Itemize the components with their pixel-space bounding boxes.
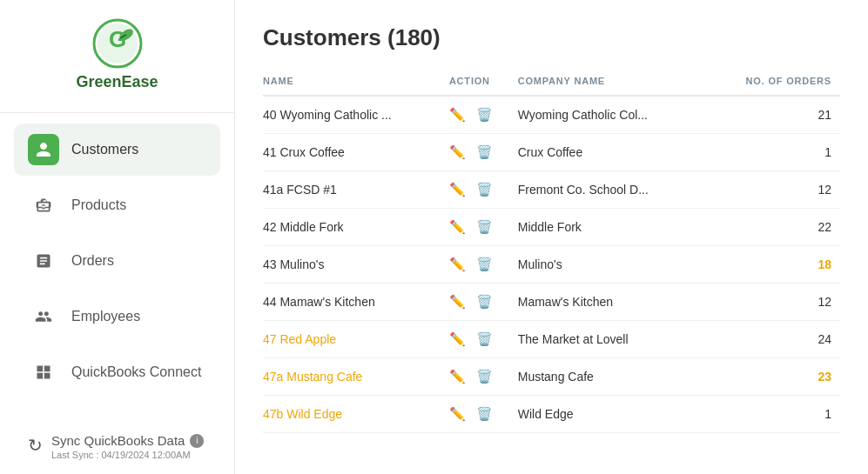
quickbooks-label: QuickBooks Connect <box>71 364 201 380</box>
logo-area: G GreenEase <box>76 17 158 91</box>
customer-name: 40 Wyoming Catholic ... <box>263 96 449 134</box>
order-count: 12 <box>737 171 840 209</box>
products-icon <box>28 190 59 221</box>
edit-icon[interactable]: ✏️ <box>449 257 466 272</box>
main-content: Customers (180) NAME ACTION COMPANY NAME… <box>235 0 868 474</box>
delete-icon[interactable]: 🗑️ <box>476 107 493 123</box>
action-cell: ✏️ 🗑️ <box>449 134 518 171</box>
delete-icon[interactable]: 🗑️ <box>476 219 493 235</box>
orders-label: Orders <box>71 253 114 269</box>
delete-icon[interactable]: 🗑️ <box>476 257 493 272</box>
customer-name: 43 Mulino's <box>263 246 449 284</box>
customers-table: NAME ACTION COMPANY NAME NO. OF ORDERS 4… <box>263 69 840 433</box>
order-count: 24 <box>737 321 840 358</box>
table-row: 41 Crux Coffee ✏️ 🗑️ Crux Coffee 1 <box>263 134 840 171</box>
col-header-orders: NO. OF ORDERS <box>737 69 840 96</box>
col-header-name: NAME <box>263 69 449 96</box>
edit-icon[interactable]: ✏️ <box>449 182 466 197</box>
customer-name[interactable]: 47b Wild Edge <box>263 396 449 433</box>
sidebar-navigation: Customers Products Orders Employees Quic <box>0 124 234 398</box>
order-count: 1 <box>737 134 840 171</box>
action-cell: ✏️ 🗑️ <box>449 246 518 284</box>
customer-name: 41 Crux Coffee <box>263 134 449 171</box>
employees-label: Employees <box>71 309 140 324</box>
employees-icon <box>28 301 59 332</box>
order-count: 21 <box>737 96 840 134</box>
table-row: 47b Wild Edge ✏️ 🗑️ Wild Edge 1 <box>263 396 840 433</box>
table-row: 42 Middle Fork ✏️ 🗑️ Middle Fork 22 <box>263 209 840 246</box>
edit-icon[interactable]: ✏️ <box>449 331 466 347</box>
delete-icon[interactable]: 🗑️ <box>476 182 493 197</box>
action-cell: ✏️ 🗑️ <box>449 284 518 321</box>
action-cell: ✏️ 🗑️ <box>449 171 518 209</box>
sidebar-item-quickbooks[interactable]: QuickBooks Connect <box>14 346 220 398</box>
app-logo: G <box>91 17 144 70</box>
action-cell: ✏️ 🗑️ <box>449 209 518 246</box>
sidebar-item-orders[interactable]: Orders <box>14 235 220 287</box>
sync-text-block: Sync QuickBooks Data i Last Sync : 04/19… <box>51 433 204 460</box>
sidebar-item-customers[interactable]: Customers <box>14 124 220 176</box>
delete-icon[interactable]: 🗑️ <box>476 369 493 384</box>
edit-icon[interactable]: ✏️ <box>449 406 466 422</box>
company-name: Wild Edge <box>518 396 737 433</box>
order-count: 22 <box>737 209 840 246</box>
customer-name[interactable]: 47a Mustang Cafe <box>263 358 449 396</box>
order-count: 12 <box>737 284 840 321</box>
table-body: 40 Wyoming Catholic ... ✏️ 🗑️ Wyoming Ca… <box>263 96 840 433</box>
sync-icon: ↻ <box>28 435 43 456</box>
customer-name: 44 Mamaw's Kitchen <box>263 284 449 321</box>
company-name: Wyoming Catholic Col... <box>518 96 737 134</box>
customer-name: 42 Middle Fork <box>263 209 449 246</box>
action-cell: ✏️ 🗑️ <box>449 396 518 433</box>
delete-icon[interactable]: 🗑️ <box>476 406 493 422</box>
sidebar-item-products[interactable]: Products <box>14 179 220 231</box>
delete-icon[interactable]: 🗑️ <box>476 144 493 160</box>
delete-icon[interactable]: 🗑️ <box>476 294 493 310</box>
edit-icon[interactable]: ✏️ <box>449 294 466 310</box>
order-count: 1 <box>737 396 840 433</box>
order-count: 23 <box>737 358 840 396</box>
company-name: The Market at Lovell <box>518 321 737 358</box>
col-header-company: COMPANY NAME <box>518 69 737 96</box>
customer-name[interactable]: 47 Red Apple <box>263 321 449 358</box>
sync-info-icon: i <box>190 434 204 448</box>
company-name: Mustang Cafe <box>518 358 737 396</box>
action-cell: ✏️ 🗑️ <box>449 321 518 358</box>
company-name: Mulino's <box>518 246 737 284</box>
company-name: Fremont Co. School D... <box>518 171 737 209</box>
app-name: GreenEase <box>76 73 158 91</box>
sidebar: G GreenEase Customers Products Orders <box>0 0 235 474</box>
customers-label: Customers <box>71 142 138 157</box>
page-title: Customers (180) <box>263 24 840 51</box>
action-cell: ✏️ 🗑️ <box>449 96 518 134</box>
edit-icon[interactable]: ✏️ <box>449 144 466 160</box>
customer-name: 41a FCSD #1 <box>263 171 449 209</box>
table-header: NAME ACTION COMPANY NAME NO. OF ORDERS <box>263 69 840 96</box>
sync-title[interactable]: Sync QuickBooks Data i <box>51 433 204 448</box>
table-row: 43 Mulino's ✏️ 🗑️ Mulino's 18 <box>263 246 840 284</box>
delete-icon[interactable]: 🗑️ <box>476 331 493 347</box>
edit-icon[interactable]: ✏️ <box>449 107 466 123</box>
table-row: 47a Mustang Cafe ✏️ 🗑️ Mustang Cafe 23 <box>263 358 840 396</box>
sync-last-time: Last Sync : 04/19/2024 12:00AM <box>51 450 204 460</box>
col-header-action: ACTION <box>449 69 518 96</box>
orders-icon <box>28 245 59 277</box>
sync-section[interactable]: ↻ Sync QuickBooks Data i Last Sync : 04/… <box>0 419 234 474</box>
edit-icon[interactable]: ✏️ <box>449 219 466 235</box>
table-row: 41a FCSD #1 ✏️ 🗑️ Fremont Co. School D..… <box>263 171 840 209</box>
customers-icon <box>28 134 59 165</box>
table-row: 47 Red Apple ✏️ 🗑️ The Market at Lovell … <box>263 321 840 358</box>
table-row: 40 Wyoming Catholic ... ✏️ 🗑️ Wyoming Ca… <box>263 96 840 134</box>
action-cell: ✏️ 🗑️ <box>449 358 518 396</box>
quickbooks-icon <box>28 357 59 388</box>
order-count: 18 <box>737 246 840 284</box>
sidebar-divider <box>0 112 234 113</box>
edit-icon[interactable]: ✏️ <box>449 369 466 384</box>
company-name: Middle Fork <box>518 209 737 246</box>
company-name: Crux Coffee <box>518 134 737 171</box>
company-name: Mamaw's Kitchen <box>518 284 737 321</box>
sidebar-item-employees[interactable]: Employees <box>14 290 220 343</box>
products-label: Products <box>71 197 126 213</box>
table-row: 44 Mamaw's Kitchen ✏️ 🗑️ Mamaw's Kitchen… <box>263 284 840 321</box>
